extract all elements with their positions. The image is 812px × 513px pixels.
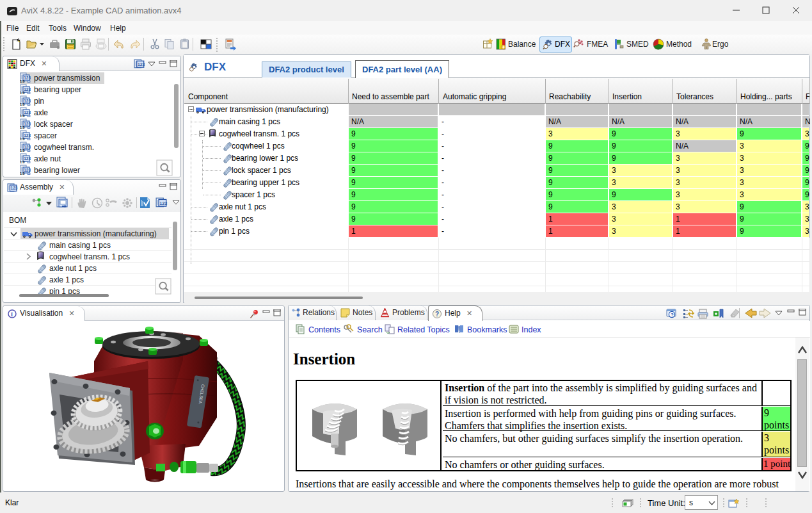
svg-text:?: ? [671, 312, 674, 318]
svg-text:I: I [11, 311, 13, 318]
svg-text:?: ? [435, 311, 439, 318]
